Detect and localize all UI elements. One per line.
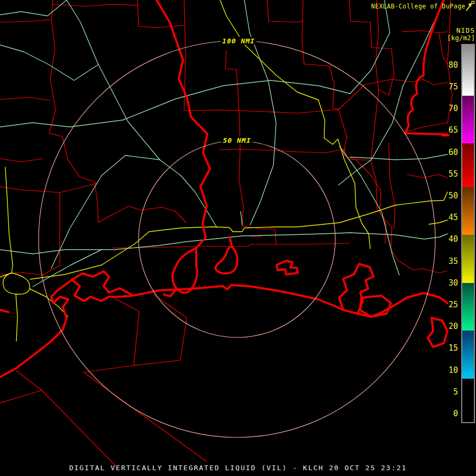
colorbar-units: NIDS [kg/m2] [447,27,475,41]
colorbar-tick-60: 60 [438,148,458,157]
colorbar-tick-80: 80 [438,60,458,70]
colorbar-tick-70: 70 [438,104,458,113]
colorbar-segment [462,187,474,235]
colorbar-tick-25: 25 [438,300,458,309]
colorbar-tick-35: 35 [438,257,458,266]
colorbar-tick-65: 65 [438,125,458,135]
colorbar-segment [462,235,474,283]
colorbar-segment [462,45,474,96]
brand-text: NEXLAB-College of DuPage [371,3,465,10]
colorbar-tick-20: 20 [438,322,458,331]
colorbar-segment [462,96,474,144]
colorbar-segment [462,331,474,379]
range-ring-label-50nmi: 50 NMI [222,136,253,144]
colorbar-segment [462,283,474,331]
colorbar-tick-10: 10 [438,365,458,375]
colorbar-tick-5: 5 [438,387,458,397]
map-layer-rivers-coast-lakes [0,0,448,377]
colorbar-tick-30: 30 [438,278,458,288]
colorbar-tick-55: 55 [438,169,458,179]
colorbar-tick-75: 75 [438,82,458,91]
range-ring-100nmi [39,41,435,437]
product-title: DIGITAL VERTICALLY INTEGRATED LIQUID (VI… [0,464,476,472]
colorbar-units-label: NIDS [447,27,475,34]
colorbar-tick-0: 0 [438,409,458,418]
colorbar-tick-50: 50 [438,191,458,200]
radar-map [0,0,476,476]
colorbar-tick-40: 40 [438,234,458,244]
colorbar-tick-15: 15 [438,343,458,353]
colorbar-tick-45: 45 [438,213,458,222]
colorbar-segment [462,143,474,187]
radar-display: 50 NMI 100 NMI NEXLAB-College of DuPage … [0,0,476,476]
ne-arrow-cursor-icon [463,1,475,12]
range-ring-label-100nmi: 100 NMI [221,37,257,45]
colorbar [461,44,475,423]
colorbar-segment [462,379,474,422]
colorbar-units-sub: [kg/m2] [447,34,475,41]
range-ring-50nmi [139,141,335,337]
